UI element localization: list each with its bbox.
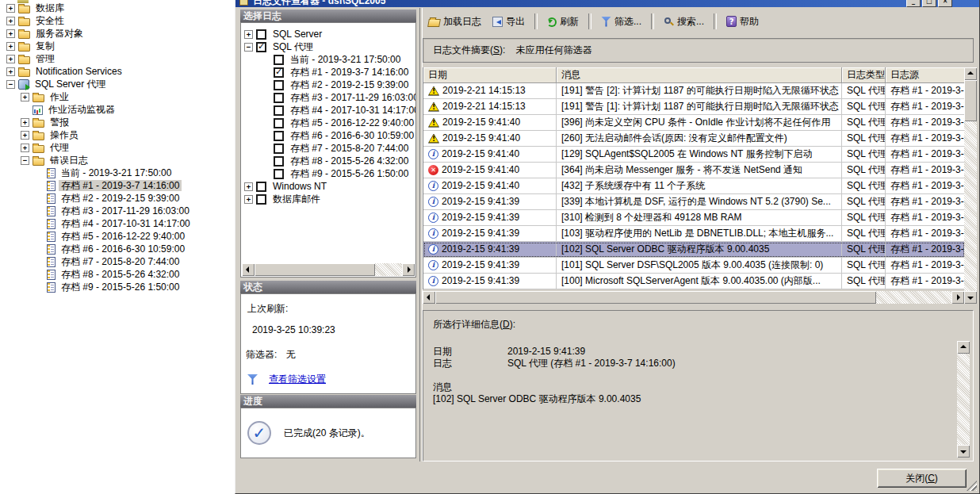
maximize-button[interactable]: □	[922, 0, 936, 7]
expand-toggle-icon[interactable]: +	[21, 131, 29, 140]
minimize-button[interactable]: _	[906, 0, 921, 7]
expand-toggle-icon[interactable]: +	[21, 118, 29, 127]
scroll-up-button[interactable]	[957, 341, 970, 354]
select-log-item[interactable]: 存档 #5 - 2016-12-22 9:40:00	[241, 117, 415, 129]
explorer-item[interactable]: 存档 #7 - 2015-8-20 7:44:00	[0, 255, 235, 268]
explorer-item[interactable]: +复制	[0, 40, 235, 52]
select-log-item[interactable]: ✓存档 #1 - 2019-3-7 14:16:00	[241, 66, 415, 79]
scroll-track[interactable]	[957, 354, 970, 445]
scroll-thumb[interactable]	[964, 80, 977, 121]
select-logs-hscrollbar[interactable]	[242, 263, 415, 276]
expand-toggle-icon[interactable]: +	[6, 4, 15, 13]
dialog-titlebar[interactable]: 日志文件查看器 - dsf\SQL2005 _□✕	[235, 0, 979, 7]
collapse-toggle-icon[interactable]: −	[244, 43, 253, 52]
column-header[interactable]: 日志源	[886, 67, 965, 83]
explorer-item[interactable]: 作业活动监视器	[0, 103, 235, 116]
log-checkbox[interactable]: ✓	[274, 67, 284, 78]
select-log-item[interactable]: 存档 #9 - 2015-5-26 1:50:00	[241, 167, 415, 180]
explorer-item[interactable]: +安全性	[0, 14, 235, 27]
log-table-row[interactable]: 2019-2-15 9:41:39[310] 检测到 8 个处理器和 49128…	[423, 210, 965, 226]
scroll-left-button[interactable]	[423, 291, 435, 304]
collapse-toggle-icon[interactable]: −	[6, 80, 15, 89]
toolbar-button-filter[interactable]: 筛选...	[595, 12, 647, 31]
select-log-item[interactable]: 存档 #8 - 2015-5-26 4:32:00	[241, 155, 415, 167]
details-vscrollbar[interactable]	[957, 341, 970, 458]
expand-toggle-icon[interactable]: +	[244, 195, 253, 204]
select-log-item[interactable]: 当前 - 2019-3-21 17:50:00	[241, 53, 415, 66]
help-button[interactable]: 帮助	[721, 12, 764, 31]
explorer-item[interactable]: −错误日志	[0, 154, 235, 167]
log-table-row[interactable]: 2019-2-15 9:41:40[364] 尚未启动 Messenger 服务…	[423, 163, 965, 178]
table-hscrollbar[interactable]	[423, 291, 964, 304]
scroll-down-button[interactable]	[957, 445, 970, 458]
log-checkbox[interactable]	[274, 105, 284, 116]
scroll-track[interactable]	[964, 121, 977, 291]
table-vscrollbar[interactable]	[964, 67, 977, 304]
explorer-item[interactable]: 存档 #3 - 2017-11-29 16:03:00	[0, 205, 235, 217]
log-table-row[interactable]: 2019-2-15 9:41:39[102] SQL Server ODBC 驱…	[423, 242, 965, 258]
log-checkbox[interactable]	[274, 118, 284, 128]
log-checkbox[interactable]	[274, 80, 284, 90]
explorer-item[interactable]: +操作员	[0, 128, 235, 141]
column-header[interactable]: 日期	[423, 67, 557, 83]
log-checkbox[interactable]	[256, 182, 266, 192]
select-log-item[interactable]: 存档 #6 - 2016-6-30 10:59:00	[241, 129, 415, 142]
explorer-item[interactable]: 存档 #4 - 2017-10-31 14:17:00	[0, 217, 235, 230]
toolbar-button-export[interactable]: 导出	[487, 12, 530, 31]
explorer-item[interactable]: 存档 #1 - 2019-3-7 14:16:00	[0, 179, 235, 192]
explorer-item[interactable]: +代理	[0, 141, 235, 154]
expand-toggle-icon[interactable]: +	[244, 182, 253, 191]
log-checkbox[interactable]	[256, 29, 266, 40]
expand-toggle-icon[interactable]: +	[244, 30, 253, 39]
log-checkbox[interactable]	[274, 55, 284, 65]
select-log-item[interactable]: −✓SQL 代理	[241, 40, 415, 53]
explorer-item[interactable]: +管理	[0, 52, 235, 65]
explorer-item[interactable]: 存档 #5 - 2016-12-22 9:40:00	[0, 230, 235, 243]
column-header[interactable]: 日志类型	[842, 67, 886, 83]
explorer-item[interactable]: +数据库	[0, 2, 235, 14]
explorer-item[interactable]: 存档 #6 - 2016-6-30 10:59:00	[0, 243, 235, 255]
select-log-item[interactable]: 存档 #3 - 2017-11-29 16:03:00	[241, 91, 415, 104]
log-table-row[interactable]: 2019-2-15 9:41:39[339] 本地计算机是 DSF, 运行的是 …	[423, 194, 965, 210]
view-filter-settings-link[interactable]: 查看筛选设置	[269, 373, 326, 386]
select-log-item[interactable]: +SQL Server	[241, 28, 415, 40]
log-table-row[interactable]: 2019-2-15 9:41:40[129] SQLAgent$SQL2005 …	[423, 147, 965, 163]
log-checkbox[interactable]	[274, 144, 284, 154]
expand-toggle-icon[interactable]: +	[6, 29, 15, 38]
close-button[interactable]: 关闭(C)	[877, 469, 967, 488]
scroll-thumb[interactable]	[255, 263, 375, 276]
close-button[interactable]: ✕	[938, 0, 952, 7]
explorer-item[interactable]: +警报	[0, 116, 235, 128]
collapse-toggle-icon[interactable]: −	[21, 156, 29, 165]
select-log-item[interactable]: 存档 #2 - 2019-2-15 9:39:00	[241, 79, 415, 91]
select-log-item[interactable]: 存档 #7 - 2015-8-20 7:44:00	[241, 142, 415, 155]
expand-toggle-icon[interactable]: +	[21, 93, 29, 101]
scroll-track[interactable]	[876, 291, 951, 304]
log-checkbox[interactable]: ✓	[256, 42, 266, 52]
scroll-thumb[interactable]	[435, 291, 876, 304]
log-table-row[interactable]: 2019-2-15 9:41:39[103] 驱动程序使用的 NetLib 是 …	[423, 226, 965, 242]
explorer-item[interactable]: −SQL Server 代理	[0, 78, 235, 90]
log-table-row[interactable]: 2019-2-15 9:41:40[432] 子系统缓存中有 11 个子系统SQ…	[423, 178, 965, 194]
scroll-right-button[interactable]	[402, 263, 415, 276]
resize-grip[interactable]	[967, 481, 977, 491]
scroll-track[interactable]	[375, 263, 402, 276]
log-table-row[interactable]: 2019-2-21 14:15:13[191] 警告 [1]: 计算计划 118…	[423, 99, 965, 115]
toolbar-button-refresh[interactable]: 刷新	[542, 12, 584, 31]
scroll-left-button[interactable]	[242, 263, 255, 276]
log-checkbox[interactable]	[274, 156, 284, 167]
explorer-item[interactable]: 存档 #2 - 2019-2-15 9:39:00	[0, 192, 235, 205]
scroll-up-button[interactable]	[964, 67, 977, 80]
log-table-row[interactable]: 2019-2-15 9:41:39[100] Microsoft SQLServ…	[423, 274, 965, 289]
explorer-item[interactable]: +作业	[0, 90, 235, 103]
expand-toggle-icon[interactable]: +	[6, 17, 15, 25]
log-table-row[interactable]: 2019-2-21 14:15:13[191] 警告 [2]: 计算计划 118…	[423, 83, 965, 99]
log-table-row[interactable]: 2019-2-15 9:41:40[260] 无法启动邮件会话(原因: 没有定义…	[423, 131, 965, 147]
expand-toggle-icon[interactable]: +	[6, 67, 15, 76]
log-checkbox[interactable]	[274, 131, 284, 141]
explorer-item[interactable]: 当前 - 2019-3-21 17:50:00	[0, 167, 235, 179]
toolbar-button-open-folder[interactable]: 加载日志	[423, 12, 487, 31]
select-log-item[interactable]: +Windows NT	[241, 180, 415, 193]
log-checkbox[interactable]	[256, 194, 266, 205]
select-log-item[interactable]: +数据库邮件	[241, 193, 415, 205]
